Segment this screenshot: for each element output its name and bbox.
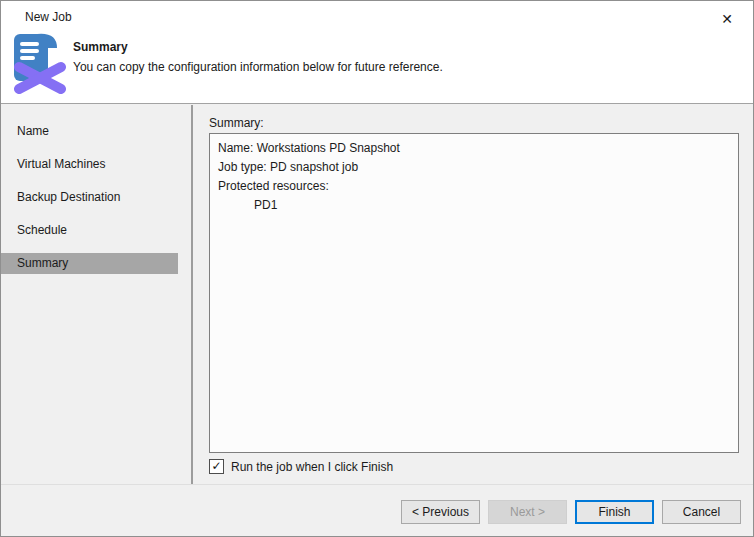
run-job-checkbox[interactable]: ✓ bbox=[209, 459, 224, 474]
summary-label: Summary: bbox=[209, 116, 264, 130]
window-title: New Job bbox=[25, 10, 72, 24]
summary-text-box[interactable]: Name: Workstations PD SnapshotJob type: … bbox=[209, 133, 739, 453]
wizard-button-cancel[interactable]: Cancel bbox=[662, 500, 741, 524]
job-summary-icon bbox=[11, 32, 69, 95]
sidebar-item-name[interactable]: Name bbox=[1, 121, 178, 142]
summary-line: Protected resources: bbox=[218, 177, 730, 196]
wizard-steps-sidebar: NameVirtual MachinesBackup DestinationSc… bbox=[1, 105, 193, 484]
new-job-wizard-window: New Job ✕ Summary You can copy the confi… bbox=[0, 0, 754, 537]
wizard-footer: < PreviousNext >FinishCancel bbox=[1, 484, 753, 536]
close-button[interactable]: ✕ bbox=[707, 4, 747, 34]
run-job-checkbox-label: Run the job when I click Finish bbox=[231, 460, 393, 474]
wizard-button-previous[interactable]: < Previous bbox=[401, 500, 480, 524]
summary-line: PD1 bbox=[218, 196, 730, 215]
sidebar-item-virtual-machines[interactable]: Virtual Machines bbox=[1, 154, 178, 175]
summary-pane: Summary: Name: Workstations PD SnapshotJ… bbox=[194, 105, 753, 484]
summary-line: Name: Workstations PD Snapshot bbox=[218, 139, 730, 158]
wizard-button-finish[interactable]: Finish bbox=[575, 500, 654, 524]
step-subtitle: You can copy the configuration informati… bbox=[73, 60, 443, 74]
step-title: Summary bbox=[73, 40, 128, 54]
wizard-button-next[interactable]: Next > bbox=[488, 500, 567, 524]
sidebar-item-summary[interactable]: Summary bbox=[1, 253, 178, 274]
sidebar-item-schedule[interactable]: Schedule bbox=[1, 220, 178, 241]
sidebar-item-backup-destination[interactable]: Backup Destination bbox=[1, 187, 178, 208]
summary-line: Job type: PD snapshot job bbox=[218, 158, 730, 177]
wizard-header: New Job ✕ Summary You can copy the confi… bbox=[1, 1, 753, 104]
checkmark-icon: ✓ bbox=[211, 460, 221, 472]
close-icon: ✕ bbox=[721, 11, 733, 27]
run-job-checkbox-row[interactable]: ✓ Run the job when I click Finish bbox=[209, 459, 393, 474]
